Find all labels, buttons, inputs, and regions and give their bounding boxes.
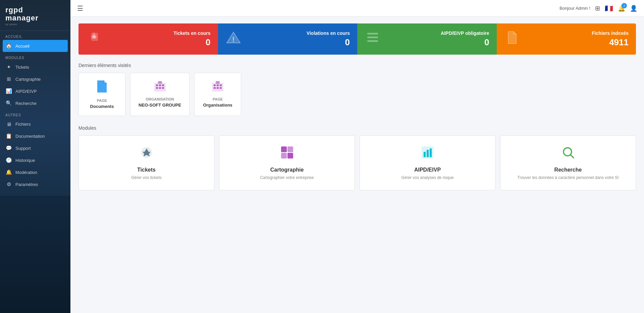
- main-area: ☰ Bonjour Admin ! ⊞ 🇫🇷 🔔 2 👤 ★: [70, 0, 644, 313]
- stats-row: ★ Tickets en cours 0 ! Violations en cou…: [78, 23, 636, 55]
- recent-item-type-0: Page: [97, 99, 107, 103]
- logo-text: rgpdmanager: [5, 6, 65, 22]
- fichiers-icon: 🖥: [5, 121, 12, 127]
- module-recherche-icon: [561, 145, 576, 163]
- module-tickets-title: Tickets: [137, 167, 156, 173]
- recent-neosoft-icon: [154, 80, 166, 95]
- svg-text:★: ★: [91, 34, 97, 40]
- stat-violations-label: Violations en cours: [307, 30, 350, 36]
- recent-documents-icon: [96, 80, 108, 96]
- sidebar-item-aipd[interactable]: 📊 AIPD/EIVP: [0, 85, 70, 97]
- svg-rect-9: [156, 84, 158, 86]
- sidebar-item-tickets[interactable]: ✦ Tickets: [0, 61, 70, 73]
- sidebar-item-moderation[interactable]: 🔔 Modération: [0, 166, 70, 178]
- module-recherche[interactable]: Recherche Trouver les données à caractèr…: [500, 135, 636, 190]
- sidebar-item-recherche[interactable]: 🔍 Recherche: [0, 97, 70, 109]
- sidebar-item-support[interactable]: 💬 Support: [0, 142, 70, 154]
- module-tickets-desc: Gérer vos tickets: [131, 175, 161, 181]
- sidebar-item-accueil[interactable]: 🏠 Accueil: [3, 40, 68, 52]
- svg-rect-14: [162, 87, 164, 89]
- hamburger-button[interactable]: ☰: [77, 4, 83, 12]
- recent-item-name-1: NEO-SOFT GROUPE: [139, 103, 181, 108]
- svg-rect-10: [159, 84, 161, 86]
- cartographie-icon: ⊞: [5, 76, 12, 82]
- notification-icon[interactable]: 🔔 2: [618, 5, 625, 12]
- sidebar-item-fichiers[interactable]: 🖥 Fichiers: [0, 118, 70, 130]
- module-aipd-icon: [420, 145, 435, 163]
- svg-rect-20: [214, 87, 216, 89]
- modules-section-title: Modules: [78, 125, 636, 131]
- modules-grid: Tickets Gérer vos tickets Cartographie C…: [78, 135, 636, 190]
- recent-item-neosoft[interactable]: Organisation NEO-SOFT GROUPE: [130, 73, 190, 116]
- stat-fichiers-icon: [504, 29, 520, 49]
- module-aipd-desc: Gérer vos analyses de risque: [401, 175, 453, 181]
- home-icon: 🏠: [5, 43, 12, 49]
- grid-icon[interactable]: ⊞: [595, 5, 600, 12]
- moderation-icon: 🔔: [5, 169, 12, 175]
- topbar: ☰ Bonjour Admin ! ⊞ 🇫🇷 🔔 2 👤: [70, 0, 644, 17]
- svg-rect-31: [424, 152, 426, 157]
- user-icon[interactable]: 👤: [630, 5, 637, 12]
- stat-tickets[interactable]: ★ Tickets en cours 0: [78, 23, 218, 55]
- module-recherche-desc: Trouver les données à caractère personne…: [517, 175, 619, 181]
- svg-rect-7: [367, 40, 378, 42]
- stat-violations-info: Violations en cours 0: [307, 30, 350, 48]
- logo-area: rgpdmanager by Lymeo: [0, 0, 70, 31]
- sidebar-item-historique[interactable]: 🕐 Historique: [0, 154, 70, 166]
- notification-badge: 2: [622, 3, 627, 8]
- stat-aipd-value: 0: [441, 37, 489, 48]
- stat-tickets-info: Tickets en cours 0: [173, 30, 210, 48]
- svg-rect-27: [287, 146, 293, 152]
- recent-item-documents[interactable]: Page Documents: [78, 73, 125, 116]
- module-tickets-icon: [139, 145, 154, 163]
- module-tickets[interactable]: Tickets Gérer vos tickets: [78, 135, 214, 190]
- sidebar-item-cartographie[interactable]: ⊞ Cartographie: [0, 73, 70, 85]
- recent-item-type-1: Organisation: [146, 97, 174, 101]
- sidebar-item-parametres[interactable]: ⚙ Paramètres: [0, 178, 70, 190]
- recent-item-organisations[interactable]: Page Organisations: [194, 73, 241, 116]
- recent-organisations-icon: [212, 80, 224, 95]
- svg-rect-26: [281, 146, 287, 152]
- svg-rect-12: [156, 87, 158, 89]
- greeting-text: Bonjour Admin !: [559, 6, 590, 11]
- stat-violations-icon: !: [225, 29, 241, 49]
- recent-item-name-0: Documents: [90, 104, 114, 109]
- section-label-modules: Modules: [0, 52, 70, 61]
- section-label-autres: Autres: [0, 109, 70, 118]
- historique-icon: 🕐: [5, 157, 12, 163]
- svg-rect-17: [214, 84, 216, 86]
- stat-aipd[interactable]: AIPD/EIVP obligatoire 0: [357, 23, 497, 55]
- recent-item-name-2: Organisations: [203, 103, 232, 108]
- module-cartographie-icon: [280, 145, 294, 163]
- support-icon: 💬: [5, 145, 12, 151]
- svg-rect-29: [287, 153, 293, 159]
- svg-rect-13: [159, 87, 161, 89]
- stat-fichiers-label: Fichiers indexés: [592, 30, 629, 36]
- flag-france-icon[interactable]: 🇫🇷: [605, 4, 613, 12]
- stat-fichiers-value: 4911: [592, 37, 629, 48]
- svg-rect-22: [220, 87, 222, 89]
- module-aipd[interactable]: AIPD/EIVP Gérer vos analyses de risque: [360, 135, 495, 190]
- svg-rect-15: [158, 81, 162, 84]
- aipd-icon: 📊: [5, 88, 12, 94]
- stat-violations[interactable]: ! Violations en cours 0: [218, 23, 358, 55]
- module-aipd-title: AIPD/EIVP: [414, 167, 441, 173]
- stat-fichiers[interactable]: Fichiers indexés 4911: [497, 23, 636, 55]
- logo-by: by Lymeo: [5, 23, 65, 26]
- stat-aipd-icon: [365, 29, 381, 49]
- module-cartographie[interactable]: Cartographie Cartographier votre entrepr…: [219, 135, 355, 190]
- svg-rect-5: [367, 33, 378, 35]
- svg-rect-33: [430, 148, 432, 157]
- svg-rect-19: [220, 84, 222, 86]
- stat-aipd-label: AIPD/EIVP obligatoire: [441, 30, 489, 36]
- stat-tickets-label: Tickets en cours: [173, 30, 210, 36]
- recherche-icon: 🔍: [5, 100, 12, 106]
- stat-tickets-icon: ★: [86, 29, 102, 49]
- sidebar: rgpdmanager by Lymeo Accueil 🏠 Accueil M…: [0, 0, 70, 313]
- svg-rect-18: [217, 84, 219, 86]
- recent-grid: Page Documents Org: [78, 73, 636, 116]
- stat-tickets-value: 0: [173, 37, 210, 48]
- sidebar-item-documentation[interactable]: 📋 Documentation: [0, 130, 70, 142]
- svg-rect-23: [216, 81, 220, 84]
- svg-rect-6: [367, 37, 378, 38]
